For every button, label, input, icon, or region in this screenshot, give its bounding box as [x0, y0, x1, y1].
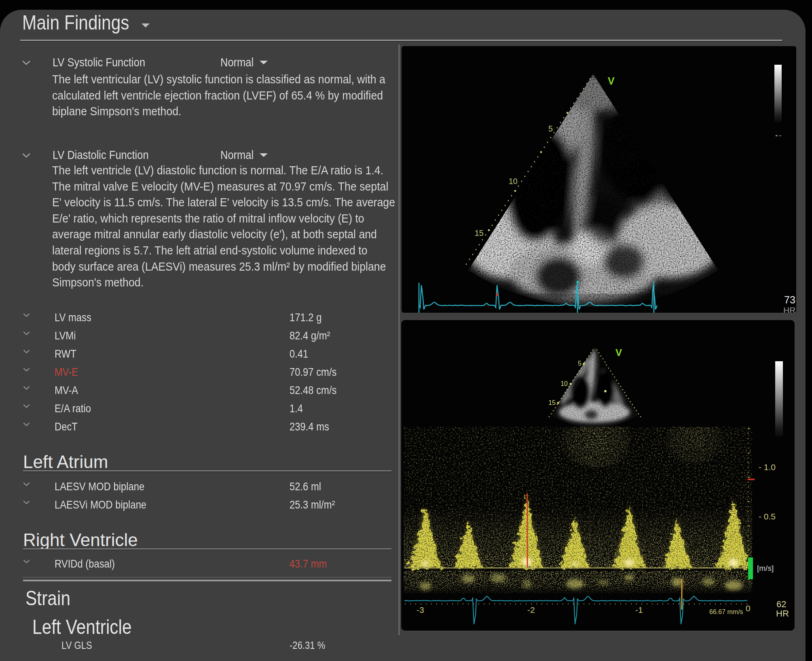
svg-text:HR: HR — [776, 608, 789, 619]
svg-text:15: 15 — [548, 399, 556, 406]
svg-text:V: V — [615, 347, 622, 358]
svg-text:66.67 mm/s: 66.67 mm/s — [709, 608, 743, 615]
svg-text:0: 0 — [746, 604, 751, 613]
svg-text:[m/s]: [m/s] — [757, 564, 774, 572]
svg-text:V: V — [608, 75, 615, 87]
svg-text:-3: -3 — [417, 605, 424, 614]
svg-text:HR: HR — [783, 305, 795, 313]
svg-text:-1: -1 — [635, 605, 643, 614]
svg-text:15: 15 — [475, 229, 484, 237]
svg-text:- 1.0: - 1.0 — [759, 462, 776, 472]
svg-text:- 0.5: - 0.5 — [759, 512, 776, 521]
svg-text:10: 10 — [509, 177, 518, 186]
svg-text:5: 5 — [578, 360, 582, 367]
svg-text:5: 5 — [548, 124, 553, 133]
svg-text:-2: -2 — [527, 605, 535, 614]
svg-text:10: 10 — [560, 380, 568, 387]
svg-text:62: 62 — [776, 599, 786, 609]
svg-text:73: 73 — [784, 294, 795, 305]
